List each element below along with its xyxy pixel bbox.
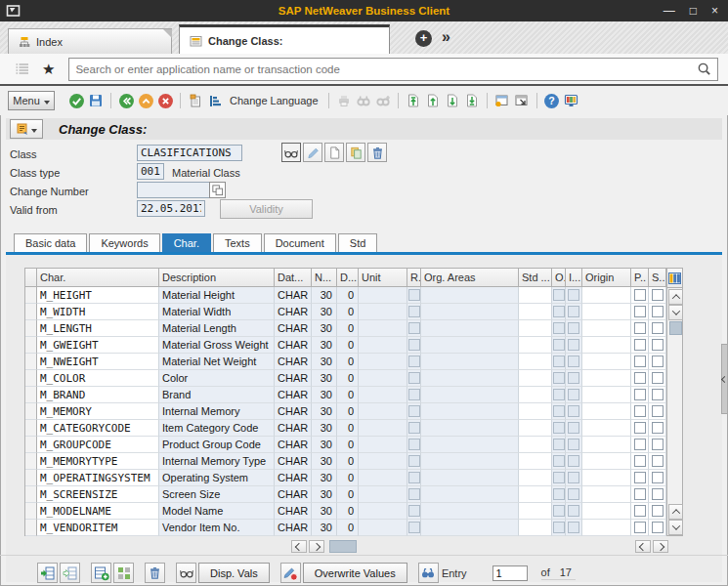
column-header[interactable]: S.. [649,269,666,287]
cell-char[interactable]: M_LENGTH [37,320,159,337]
cell-p-checkbox[interactable] [631,403,649,420]
cell-char[interactable]: M_OPERATINGSYSTEM [37,470,159,486]
cell-origin[interactable] [582,304,631,320]
cell-char[interactable]: M_WIDTH [37,304,159,320]
cell-char[interactable]: M_NWEIGHT [37,354,159,370]
cell-std[interactable] [519,304,552,320]
cell-origin[interactable] [582,287,631,304]
shortcut-icon[interactable] [512,91,532,110]
find-values-button[interactable] [418,563,439,583]
checkbox[interactable] [634,505,646,517]
row-selector[interactable] [25,387,37,403]
last-page-icon[interactable] [462,91,482,110]
services-for-object-button[interactable] [10,119,43,139]
overwrite-values-button[interactable]: Overwrite Values [303,563,407,583]
cell-s-checkbox[interactable] [649,486,666,503]
cell-p-checkbox[interactable] [631,320,649,337]
cell-origin[interactable] [582,470,631,486]
checkbox[interactable] [634,389,646,400]
cell-char[interactable]: M_BRAND [37,387,159,403]
scroll-down-button[interactable] [668,520,683,535]
class-type-field[interactable] [137,163,164,180]
help-icon[interactable]: ? [542,91,562,110]
cell-s-checkbox[interactable] [649,453,666,470]
close-button[interactable]: × [711,1,718,21]
checkbox[interactable] [652,289,664,301]
cell-p-checkbox[interactable] [631,520,649,536]
cell-origin[interactable] [582,387,631,403]
column-header[interactable]: I... [566,269,582,287]
cell-char[interactable]: M_VENDORITEM [37,520,159,536]
tab-overflow-button[interactable]: » [442,28,450,46]
cell-origin[interactable] [582,453,631,470]
save-icon[interactable] [86,91,106,110]
row-selector[interactable] [25,437,37,453]
checkbox[interactable] [652,405,664,417]
cell-origin[interactable] [582,437,631,453]
cell-p-checkbox[interactable] [631,503,649,520]
cell-char[interactable]: M_MODELNAME [37,503,159,520]
row-selector[interactable] [25,304,37,320]
new-tab-button[interactable]: + [415,30,432,47]
cell-std[interactable] [519,503,552,520]
checkbox[interactable] [652,472,664,483]
column-header[interactable]: Description [159,269,275,287]
horizontal-scrollbar[interactable] [291,540,357,553]
new-session-icon[interactable] [492,91,512,110]
cell-std[interactable] [519,486,552,503]
row-selector[interactable] [25,453,37,470]
display-button[interactable] [281,143,301,162]
cell-std[interactable] [519,437,552,453]
cell-char[interactable]: M_HEIGHT [37,287,159,304]
column-header[interactable]: Std ... [519,269,552,287]
cell-p-checkbox[interactable] [631,287,649,304]
cell-s-checkbox[interactable] [649,420,666,437]
checkbox[interactable] [652,455,664,467]
class-field[interactable] [137,145,242,161]
cell-p-checkbox[interactable] [631,453,649,470]
minimize-button[interactable]: — [664,1,675,21]
cell-std[interactable] [519,320,552,337]
cell-s-checkbox[interactable] [649,287,666,304]
maximize-button[interactable]: □ [690,1,697,21]
fixed-columns-scrollbar[interactable] [635,540,668,553]
column-header[interactable]: Origin [582,269,631,287]
cell-p-checkbox[interactable] [631,304,649,320]
side-panel-handle[interactable] [721,344,728,414]
cell-std[interactable] [519,387,552,403]
cell-char[interactable]: M_COLOR [37,370,159,387]
tab-basic-data[interactable]: Basic data [14,233,87,252]
blocks-button[interactable] [113,563,134,583]
cell-char[interactable]: M_GROUPCODE [37,437,159,453]
row-selector[interactable] [25,503,37,520]
create-button[interactable] [324,143,344,162]
cell-std[interactable] [519,337,552,354]
copy-icon[interactable] [186,91,205,110]
cell-char[interactable]: M_CATEGORYCODE [37,420,159,437]
enter-icon[interactable] [66,91,86,110]
copy-class-button[interactable] [346,143,365,162]
cell-std[interactable] [519,520,552,536]
checkbox[interactable] [634,306,646,317]
column-header[interactable]: R.. [407,269,421,287]
tab-index[interactable]: Index [8,28,172,54]
edit-button[interactable] [303,143,322,162]
checkbox[interactable] [652,439,664,450]
cell-std[interactable] [519,453,552,470]
cell-origin[interactable] [582,520,631,536]
scroll-down-button[interactable] [668,305,683,320]
cell-s-checkbox[interactable] [649,520,666,536]
cell-p-checkbox[interactable] [631,486,649,503]
row-selector[interactable] [25,370,37,387]
checkbox[interactable] [634,488,646,500]
checkbox[interactable] [652,356,664,367]
row-selector[interactable] [25,403,37,420]
cell-s-checkbox[interactable] [649,470,666,486]
tab-texts[interactable]: Texts [213,233,262,252]
cell-s-checkbox[interactable] [649,503,666,520]
validity-button[interactable]: Validity [220,199,313,219]
change-values-button[interactable] [280,563,301,583]
row-selector[interactable] [25,470,37,486]
cell-s-checkbox[interactable] [649,320,666,337]
cell-std[interactable] [519,370,552,387]
